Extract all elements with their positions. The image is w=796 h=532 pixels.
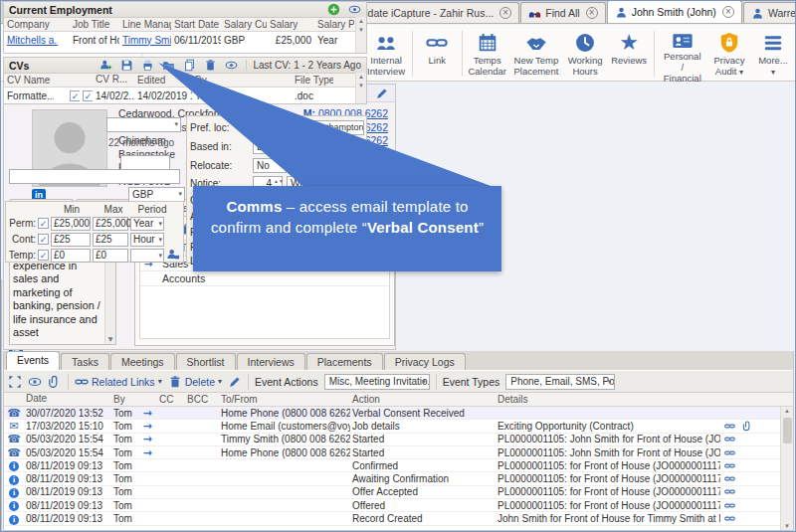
related-links-button[interactable]: Related Links▾ — [75, 375, 162, 389]
rate-max-input[interactable]: £25,000 — [93, 217, 128, 231]
app-tab-john-smith-john[interactable]: John Smith (John)× — [607, 0, 742, 23]
cv-view-icon[interactable] — [225, 59, 238, 72]
relocate-label: Relocate: — [190, 160, 232, 171]
rate-row-temp: Temp:✓£0£0 — [8, 248, 180, 263]
close-tab-icon[interactable]: × — [586, 7, 598, 19]
event-link-icon[interactable] — [720, 460, 738, 471]
delete-button[interactable]: Delete▾ — [168, 375, 222, 389]
left-field-2[interactable] — [9, 169, 180, 184]
toolbar-button-link[interactable]: Link — [415, 28, 459, 81]
rate-min-input[interactable]: £0 — [51, 249, 91, 263]
event-actions-dropdown[interactable]: Misc, Meeting Invitatio... — [324, 374, 430, 390]
tab-tasks[interactable]: Tasks — [61, 353, 109, 370]
rate-min-input[interactable]: £25 — [51, 233, 91, 247]
cv-copy-icon[interactable] — [183, 59, 196, 72]
rate-checkbox[interactable]: ✓ — [38, 218, 49, 229]
toolbar-button-more[interactable]: More... ▾ — [751, 28, 795, 81]
rate-checkbox[interactable]: ✓ — [38, 234, 49, 245]
toolbar-button-internal-interview[interactable]: Internal Interview — [363, 28, 408, 81]
toolbar-button-label: Reviews — [611, 56, 647, 67]
events-attach-icon[interactable] — [48, 375, 62, 389]
events-scrollbar[interactable]: ▲▼ — [780, 407, 793, 530]
event-actions-label: Event Actions — [255, 376, 318, 388]
event-row[interactable]: i08/11/2019 09:13TomRecord CreatedJohn S… — [4, 512, 780, 525]
event-row[interactable]: i08/11/2019 09:13TomAwaiting Confirmatio… — [4, 472, 780, 485]
toolbar-button-working-hours[interactable]: Working Hours — [563, 28, 607, 81]
cv-delete-icon[interactable] — [204, 59, 217, 72]
tab-placements[interactable]: Placements — [306, 353, 383, 370]
currency-dropdown[interactable]: GBP — [128, 187, 185, 202]
cvs-scrollbar[interactable]: ▲▼ — [355, 73, 366, 103]
edit-icon[interactable] — [375, 87, 389, 100]
person-add-icon[interactable] — [166, 248, 180, 264]
tab-privacy-logs[interactable]: Privacy Logs — [384, 353, 466, 370]
based-in-label: Based in: — [190, 141, 232, 152]
transport-select[interactable]: ... — [342, 158, 366, 173]
rate-label: Cont: — [8, 234, 36, 245]
tab-interviews[interactable]: Interviews — [237, 353, 305, 370]
event-row[interactable]: i08/11/2019 09:13TomOffer AcceptedPL0000… — [4, 486, 780, 499]
event-attachment-icon[interactable] — [738, 421, 756, 432]
cv-open-icon[interactable] — [162, 59, 175, 72]
rate-max-input[interactable]: £25 — [93, 233, 128, 247]
employment-row[interactable]: Mitchells a...Front of Ho...Timmy Smith0… — [4, 32, 366, 48]
trash-icon — [168, 375, 182, 389]
pref-loc-label: Pref. loc: — [190, 122, 229, 133]
rate-period-select[interactable]: Hour — [130, 233, 164, 247]
cv-person-icon[interactable] — [100, 59, 112, 72]
event-row[interactable]: ✉17/03/2020 15:10Tom→Home Email (custome… — [4, 420, 780, 433]
toolbar-button-new-temp-placement[interactable]: New Temp Placement — [509, 28, 563, 81]
add-employment-icon[interactable] — [327, 3, 340, 16]
rate-period-select[interactable]: Year — [130, 217, 164, 231]
event-by: Tom — [111, 473, 137, 484]
cv-print-icon[interactable] — [141, 59, 154, 72]
event-link-icon[interactable] — [720, 500, 738, 511]
event-by: Tom — [111, 500, 137, 511]
employment-table-header[interactable]: CompanyJob TitleLine ManagerStart DateSa… — [4, 18, 366, 32]
event-row[interactable]: i08/11/2019 09:13TomOfferedPL0000001105:… — [4, 499, 780, 512]
link-icon — [425, 30, 449, 56]
event-link-icon[interactable] — [720, 513, 738, 524]
pref-loc-input[interactable]: Basingstoke, Southampton, Guildford, — [253, 120, 364, 135]
app-tab-warren-singleton-warren[interactable]: Warren Singleton (Warren)× — [743, 2, 796, 23]
tab-events[interactable]: Events — [6, 351, 60, 370]
toolbar-button-personal-financial[interactable]: Personal / Financial — [658, 28, 707, 81]
expand-icon[interactable] — [8, 375, 22, 389]
event-row[interactable]: ☎30/07/2020 13:52Tom→Home Phone (0800 00… — [4, 407, 780, 420]
event-link-icon[interactable] — [720, 421, 738, 432]
rate-period-select[interactable] — [130, 249, 164, 263]
left-field-1[interactable] — [120, 155, 170, 170]
cv-save-icon[interactable] — [120, 59, 133, 72]
close-tab-icon[interactable]: × — [499, 7, 511, 19]
event-date: 08/11/2019 09:13 — [24, 500, 111, 511]
relocate-select[interactable]: No — [253, 158, 287, 173]
tab-meetings[interactable]: Meetings — [110, 353, 175, 370]
attribute-row[interactable]: Accounts — [140, 271, 389, 286]
tab-shortlist[interactable]: Shortlist — [176, 353, 236, 370]
toolbar-button-privacy-audit[interactable]: Privacy Audit ▾ — [707, 28, 751, 81]
rate-checkbox[interactable]: ✓ — [38, 250, 49, 261]
toolbar-button-reviews[interactable]: ★Reviews — [607, 28, 651, 81]
employment-scrollbar[interactable]: ▲▼ — [355, 17, 366, 53]
view-employment-icon[interactable] — [348, 3, 361, 16]
events-edit-icon[interactable] — [228, 375, 242, 389]
event-link-icon[interactable] — [720, 447, 738, 458]
based-in-input[interactable]: Basingstoke — [253, 139, 364, 154]
toolbar-button-temps-calendar[interactable]: Temps Calendar — [466, 28, 509, 81]
cv-row[interactable]: Formatte...✓✓14/02/2...14/02/2019 1...To… — [4, 88, 366, 103]
rate-min-input[interactable]: £25,000 — [51, 217, 91, 231]
event-row[interactable]: ☎05/03/2020 15:54Tom→Timmy Smith (0800 0… — [4, 434, 780, 446]
app-tab-find-all[interactable]: Find All× — [520, 2, 605, 23]
left-dropdown[interactable] — [106, 117, 181, 132]
rate-max-input[interactable]: £0 — [93, 249, 128, 263]
events-view-icon[interactable] — [28, 375, 42, 389]
event-link-icon[interactable] — [720, 486, 738, 497]
cvs-table-header[interactable]: CV NameCV R... EditedByFile Type — [4, 74, 366, 88]
event-link-icon[interactable] — [720, 473, 738, 484]
events-table-header[interactable]: Date By CC BCC To/From Action Details — [4, 393, 793, 407]
event-types-dropdown[interactable]: Phone, Email, SMS, Po... — [505, 374, 615, 390]
event-row[interactable]: i08/11/2019 09:13TomConfirmedPL000000110… — [4, 459, 780, 472]
close-tab-icon[interactable]: × — [722, 6, 734, 18]
event-row[interactable]: ☎05/03/2020 15:54Tom→Home Phone (0800 00… — [4, 446, 780, 459]
event-link-icon[interactable] — [720, 434, 738, 444]
